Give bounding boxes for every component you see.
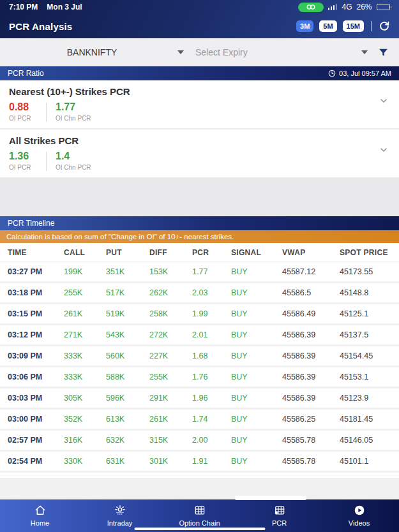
value-divider xyxy=(46,103,47,122)
interval-button-5m[interactable]: 5M xyxy=(319,20,336,32)
cell-call: 330K xyxy=(64,457,106,466)
cell-signal: BUY xyxy=(231,373,282,381)
expiry-dropdown[interactable]: Select Expiry xyxy=(195,47,368,57)
cell-pcr: 1.76 xyxy=(192,373,231,381)
cell-put: 519K xyxy=(106,309,149,318)
refresh-button[interactable] xyxy=(379,20,390,32)
column-header-pcr: PCR xyxy=(192,248,231,257)
cell-put: 588K xyxy=(106,373,149,381)
value-divider xyxy=(46,152,47,171)
cell-signal: BUY xyxy=(231,436,282,445)
cell-call: 261K xyxy=(64,309,106,318)
cell-spot-price: 45153.1 xyxy=(340,373,399,381)
cell-put: 543K xyxy=(106,330,149,339)
column-header-signal: SIGNAL xyxy=(231,248,282,257)
expand-chevron-icon[interactable] xyxy=(379,96,389,106)
table-tail-row xyxy=(0,473,399,479)
oi-pcr-label: OI PCR xyxy=(9,115,42,122)
column-header-spot-price: SPOT PRICE xyxy=(340,248,399,257)
calculation-note: Calculation is based on sum of "Change i… xyxy=(0,230,399,243)
cell-diff: 315K xyxy=(149,436,192,445)
interval-button-3m[interactable]: 3M xyxy=(296,20,313,32)
cell-call: 316K xyxy=(64,436,106,445)
filter-funnel-icon xyxy=(378,47,389,58)
interval-button-15m[interactable]: 15M xyxy=(343,20,364,32)
intraday-sun-icon xyxy=(114,504,126,517)
all-strikes-pcr-card: All Strikes PCR 1.36 OI PCR 1.4 OI Chn P… xyxy=(0,129,399,177)
nav-label: PCR xyxy=(272,519,287,527)
cell-pcr: 2.00 xyxy=(192,436,231,445)
cell-pcr: 2.01 xyxy=(192,330,231,339)
pcr-ratio-bar-title: PCR Ratio xyxy=(8,69,44,78)
expand-chevron-icon[interactable] xyxy=(379,145,389,155)
video-play-icon xyxy=(353,504,366,517)
symbol-dropdown-value: BANKNIFTY xyxy=(10,47,174,57)
app-header: 7:10 PM Mon 3 Jul 4G 26% PCR Analys xyxy=(0,0,399,38)
cell-pcr: 1.74 xyxy=(192,415,231,424)
cell-put: 613K xyxy=(106,415,149,424)
cell-spot-price: 45148.8 xyxy=(340,288,399,297)
column-header-time: TIME xyxy=(8,248,64,257)
nearest-strikes-pcr-card: Nearest (10+-) Strikes PCR 0.88 OI PCR 1… xyxy=(0,80,399,129)
pcr-table-header: TIMECALLPUTDIFFPCRSIGNALVWAPSPOT PRICE xyxy=(0,243,399,262)
cell-pcr: 1.96 xyxy=(192,394,231,403)
cell-vwap: 45586.39 xyxy=(282,330,340,339)
cell-time: 02:54 PM xyxy=(8,457,64,466)
cell-time: 03:06 PM xyxy=(8,373,64,381)
oi-chn-pcr-value-block: 1.4 OI Chn PCR xyxy=(56,151,91,171)
nav-label: Videos xyxy=(349,519,370,527)
cell-time: 03:03 PM xyxy=(8,394,64,403)
card-title: All Strikes PCR xyxy=(9,135,390,146)
cell-diff: 291K xyxy=(149,394,192,403)
pcr-ratio-bar: PCR Ratio 03, Jul 09:57 AM xyxy=(0,66,399,80)
cell-pcr: 1.91 xyxy=(192,457,231,466)
cell-time: 03:00 PM xyxy=(8,415,64,424)
signal-bars-icon xyxy=(328,4,338,10)
cell-signal: BUY xyxy=(231,330,282,339)
filter-button[interactable] xyxy=(378,47,389,58)
cell-diff: 272K xyxy=(149,330,192,339)
table-row: 03:18 PM255K517K262K2.03BUY45586.545148.… xyxy=(0,283,399,304)
cell-vwap: 45585.78 xyxy=(282,457,340,466)
cell-vwap: 45586.5 xyxy=(282,288,340,297)
home-indicator[interactable] xyxy=(134,528,265,531)
chevron-down-icon xyxy=(361,50,368,54)
network-type: 4G xyxy=(342,3,352,11)
oi-pcr-label: OI PCR xyxy=(9,164,42,171)
cell-spot-price: 45173.55 xyxy=(340,267,399,276)
nav-item-home[interactable]: Home xyxy=(0,499,80,532)
cell-signal: BUY xyxy=(231,457,282,466)
oi-chn-pcr-value: 1.4 xyxy=(56,151,91,162)
cell-spot-price: 45101.1 xyxy=(340,457,399,466)
cell-pcr: 1.77 xyxy=(192,267,231,276)
status-time: 7:10 PM xyxy=(9,3,38,11)
cell-diff: 262K xyxy=(149,288,192,297)
column-header-call: CALL xyxy=(64,248,106,257)
nav-label: Intraday xyxy=(107,519,133,527)
cell-call: 333K xyxy=(64,373,106,381)
cell-time: 03:15 PM xyxy=(8,309,64,318)
symbol-dropdown[interactable]: BANKNIFTY xyxy=(10,47,184,57)
column-header-diff: DIFF xyxy=(149,248,192,257)
table-row: 03:09 PM333K560K227K1.68BUY45586.3945154… xyxy=(0,346,399,367)
pcr-table-body[interactable]: 03:27 PM199K351K153K1.77BUY45587.1245173… xyxy=(0,262,399,473)
cell-signal: BUY xyxy=(231,394,282,403)
nav-item-videos[interactable]: Videos xyxy=(319,499,399,532)
cell-pcr: 1.68 xyxy=(192,351,231,360)
oi-chn-pcr-label: OI Chn PCR xyxy=(56,164,91,171)
link-icon xyxy=(306,4,316,10)
cell-signal: BUY xyxy=(231,309,282,318)
nav-label: Option Chain xyxy=(179,519,220,527)
home-icon xyxy=(34,504,47,517)
active-tab-indicator xyxy=(235,496,306,500)
status-bar: 7:10 PM Mon 3 Jul 4G 26% xyxy=(0,0,399,14)
table-row: 03:12 PM271K543K272K2.01BUY45586.3945137… xyxy=(0,325,399,346)
oi-pcr-value: 1.36 xyxy=(9,151,42,162)
option-chain-table-icon xyxy=(193,504,206,517)
chevron-down-icon xyxy=(177,50,184,54)
cell-put: 596K xyxy=(106,394,149,403)
table-row: 03:06 PM333K588K255K1.76BUY45586.3945153… xyxy=(0,367,399,388)
cell-spot-price: 45123.9 xyxy=(340,394,399,403)
cell-time: 03:12 PM xyxy=(8,330,64,339)
cell-vwap: 45585.78 xyxy=(282,436,340,445)
